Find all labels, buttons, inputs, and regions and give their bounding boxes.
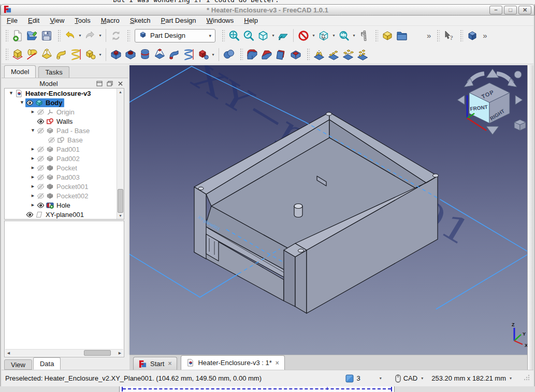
measure-button[interactable]	[357, 28, 371, 43]
additive-helix-button[interactable]	[68, 47, 83, 62]
tree-item-pad002[interactable]: ▶Pad002	[5, 154, 124, 163]
open-folder-button[interactable]	[25, 28, 39, 43]
zoom-fit-button[interactable]	[227, 28, 241, 43]
part-design-body-button[interactable]	[465, 28, 480, 43]
dock-float-icon[interactable]	[106, 80, 114, 88]
subtractive-sweep-button[interactable]	[167, 47, 181, 62]
expander-right-icon[interactable]: ▶	[30, 184, 36, 188]
refresh-button[interactable]	[109, 28, 123, 43]
expander-right-icon[interactable]: ▶	[30, 156, 36, 161]
linear-pattern-button[interactable]	[326, 47, 341, 62]
tree-item-pocket[interactable]: ▶Pocket	[5, 163, 124, 172]
expander-right-icon[interactable]: ▶	[30, 194, 36, 198]
horizontal-scrollbar[interactable]: ◀ ▶	[5, 349, 123, 356]
expander-down-icon[interactable]: ▼	[30, 128, 36, 133]
tree-item-heater-enclosure-v3[interactable]: ▼Heater-Enclosure-v3	[5, 89, 124, 98]
tree-item-pocket001[interactable]: ▶Pocket001	[5, 182, 124, 191]
hidden-eye-icon[interactable]	[48, 136, 55, 144]
tree-item-pad-base[interactable]: ▼Pad - Base	[5, 126, 124, 135]
expander-down-icon[interactable]: ▼	[8, 91, 15, 95]
expander-down-icon[interactable]: ▼	[19, 100, 25, 105]
dock-close-icon[interactable]	[116, 80, 124, 88]
workbench-selector[interactable]: Part Design▾	[135, 29, 215, 42]
expander-right-icon[interactable]: ▶	[30, 166, 36, 170]
tree-item-pocket002[interactable]: ▶Pocket002	[5, 191, 124, 200]
view-plane-button[interactable]	[276, 28, 291, 43]
undo-dropdown[interactable]: ▾	[77, 28, 83, 43]
select-box-button[interactable]	[316, 28, 331, 43]
groove-button[interactable]	[138, 47, 152, 62]
expander-right-icon[interactable]: ▶	[30, 147, 36, 151]
additive-primitives-dropdown[interactable]: ▾	[97, 47, 103, 62]
document-tab-heater-enclosure-v3-1[interactable]: Heater-Enclosure-v3 : 1*×	[181, 355, 284, 370]
menu-item-help[interactable]: Help	[239, 16, 263, 25]
visible-eye-icon[interactable]	[37, 118, 45, 125]
hidden-eye-icon[interactable]	[37, 108, 45, 116]
title-bar[interactable]: * Heater-Enclosure-v3 - FreeCAD 1.0.1 − …	[1, 4, 534, 16]
hidden-eye-icon[interactable]	[37, 173, 45, 181]
hidden-eye-icon[interactable]	[37, 155, 45, 163]
new-document-button[interactable]	[10, 28, 25, 43]
menu-item-macro[interactable]: Macro	[96, 16, 125, 25]
toolbar-overflow-button[interactable]: »	[424, 31, 433, 40]
maximize-button[interactable]: □	[504, 6, 517, 14]
boolean-button[interactable]	[222, 47, 236, 62]
draft-button[interactable]	[274, 47, 288, 62]
dock-minimize-icon[interactable]	[95, 80, 104, 88]
tab-data[interactable]: Data	[33, 357, 61, 370]
zoom-selection-button[interactable]	[241, 28, 256, 43]
tab-model[interactable]: Model	[4, 65, 36, 78]
visible-eye-icon[interactable]	[26, 211, 34, 219]
expander-right-icon[interactable]: ▶	[30, 203, 36, 207]
part-box-button[interactable]	[380, 28, 395, 43]
scroll-right-icon[interactable]: ▶	[117, 350, 123, 356]
multi-transform-button[interactable]	[355, 47, 370, 62]
vertical-scrollbar[interactable]: ▲▼	[117, 89, 124, 219]
scroll-down-icon[interactable]: ▼	[117, 212, 124, 219]
close-tab-icon[interactable]: ×	[168, 360, 171, 367]
view-size-indicator[interactable]: 253.20 mm x 182.21 mm ▾	[431, 374, 513, 382]
redo-dropdown[interactable]: ▾	[97, 28, 103, 43]
thickness-button[interactable]	[288, 47, 303, 62]
hidden-eye-icon[interactable]	[37, 192, 45, 200]
hidden-eye-icon[interactable]	[37, 146, 45, 153]
navcube-menu-dot[interactable]	[514, 71, 522, 78]
tree-item-hole[interactable]: ▶Hole	[5, 200, 124, 210]
subtractive-helix-button[interactable]	[181, 47, 196, 62]
subtractive-primitives-dropdown[interactable]: ▾	[210, 47, 216, 62]
menu-item-tools[interactable]: Tools	[69, 16, 95, 25]
isometric-view-button[interactable]	[256, 28, 270, 43]
revolution-button[interactable]	[25, 47, 39, 62]
property-editor[interactable]: ◀ ▶	[4, 221, 124, 357]
close-button[interactable]: ✕	[518, 6, 531, 14]
additive-loft-button[interactable]	[39, 47, 54, 62]
group-folder-button[interactable]	[395, 28, 409, 43]
additive-primitives-button[interactable]	[83, 47, 97, 62]
pad-button[interactable]	[10, 47, 25, 62]
navcube-mini-cube[interactable]	[514, 120, 526, 130]
visible-eye-icon[interactable]	[37, 201, 45, 209]
3d-view[interactable]: XY−plane001	[129, 65, 527, 355]
hidden-eye-icon[interactable]	[37, 164, 45, 172]
tree-item-origin[interactable]: ▶Origin	[5, 107, 124, 117]
tree-item-xy-plane001[interactable]: XY-plane001	[5, 210, 124, 219]
scrollbar-thumb[interactable]	[84, 350, 111, 356]
tree-item-walls[interactable]: Walls	[5, 117, 124, 126]
scroll-left-icon[interactable]: ◀	[5, 350, 12, 356]
menu-item-sketch[interactable]: Sketch	[125, 16, 156, 25]
mirrored-button[interactable]	[312, 47, 326, 62]
subtractive-primitives-button[interactable]	[196, 47, 210, 62]
minimize-button[interactable]: −	[489, 6, 502, 14]
view-sync-button[interactable]	[337, 28, 351, 43]
save-button[interactable]	[39, 28, 54, 43]
isometric-view-dropdown[interactable]: ▾	[270, 28, 276, 43]
tree-item-pad001[interactable]: ▶Pad001	[5, 144, 124, 154]
navigation-style-selector[interactable]: CAD ▾	[395, 374, 424, 383]
tree-item-pad003[interactable]: ▶Pad003	[5, 172, 124, 182]
view-sync-dropdown[interactable]: ▾	[351, 28, 357, 43]
model-tree[interactable]: ▼Heater-Enclosure-v3▼Body▶OriginWalls▼Pa…	[4, 88, 124, 220]
scrollbar-thumb[interactable]	[118, 189, 123, 213]
whats-this-button[interactable]: ?	[442, 28, 456, 43]
subtractive-loft-button[interactable]	[152, 47, 167, 62]
draw-style-button[interactable]	[296, 28, 311, 43]
